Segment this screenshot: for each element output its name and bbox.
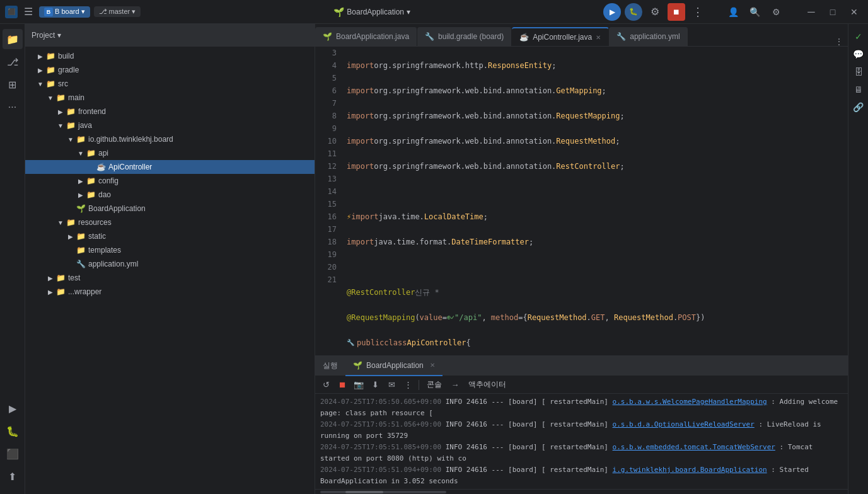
tree-item-wrapper[interactable]: ▶ 📁 ...wrapper <box>25 285 315 299</box>
minimize-button[interactable]: ─ <box>802 3 820 21</box>
line-numbers: 3 4 5 6 7 8 9 10 11 12 13 14 15 16 17 18 <box>315 47 340 355</box>
profile-icon[interactable]: 👤 <box>724 3 742 21</box>
tree-item-package[interactable]: ▼ 📁 io.github.twinklekhj.board <box>25 132 315 146</box>
right-icon-db[interactable]: 🗄 <box>851 64 866 79</box>
tab-label-buildgradle: build.gradle (board) <box>438 32 504 41</box>
project-badge[interactable]: B B board ▾ <box>39 6 90 18</box>
tree-arrow-dao: ▶ <box>76 190 86 200</box>
project-panel: Project ▾ ▶ 📁 build ▶ 📁 gradle ▼ 📁 src <box>25 24 315 494</box>
toolbar-restart-button[interactable]: ↺ <box>319 378 333 392</box>
branch-name: master ▾ <box>109 8 136 16</box>
maximize-button[interactable]: □ <box>824 3 842 21</box>
tree-label-appyml: application.yml <box>88 260 138 268</box>
right-icon-check[interactable]: ✓ <box>851 29 866 44</box>
tab-appyml[interactable]: 🔧 application.yml <box>609 27 688 46</box>
sidebar-item-terminal[interactable]: ⬛ <box>3 444 23 464</box>
run-button[interactable]: ▶ <box>603 3 621 21</box>
tree-item-appyml[interactable]: 🔧 application.yml <box>25 257 315 271</box>
toolbar-more-button[interactable]: ⋮ <box>401 378 415 392</box>
tree-item-config[interactable]: ▶ 📁 config <box>25 174 315 188</box>
tree-label-java: java <box>78 121 92 130</box>
settings-icon[interactable]: ⚙ <box>646 3 664 21</box>
yaml-icon-appyml: 🔧 <box>76 259 86 269</box>
right-icon-link[interactable]: 🔗 <box>851 100 866 115</box>
tree-item-resources[interactable]: ▼ 📁 resources <box>25 215 315 229</box>
console-scrollbar[interactable] <box>315 489 848 494</box>
tree-arrow-gradle: ▶ <box>35 65 45 75</box>
tree-arrow-test: ▶ <box>45 273 55 283</box>
tab-label-appyml: application.yml <box>630 32 680 41</box>
right-icon-ai[interactable]: 💬 <box>851 47 866 62</box>
tree-arrow-java: ▼ <box>55 120 66 130</box>
tree-item-gradle[interactable]: ▶ 📁 gradle <box>25 63 315 77</box>
hamburger-button[interactable]: ☰ <box>21 3 35 20</box>
sidebar-item-structure[interactable]: ⊞ <box>3 74 23 95</box>
app-name-display[interactable]: 🌱 BoardApplication ▾ <box>333 7 410 17</box>
tree-item-boardapp[interactable]: 🌱 BoardApplication <box>25 202 315 215</box>
right-icon-screen[interactable]: 🖥 <box>851 82 866 97</box>
debug-button[interactable]: 🐛 <box>625 3 642 21</box>
bottom-tab-boardapp[interactable]: 🌱 BoardApplication ✕ <box>345 356 443 376</box>
tree-item-main[interactable]: ▼ 📁 main <box>25 91 315 105</box>
more-button[interactable]: ⋮ <box>689 3 707 21</box>
tree-item-apicontroller[interactable]: ☕ ApiController <box>25 160 315 174</box>
stop-button[interactable]: ⏹ <box>668 3 685 21</box>
bottom-panel: 실행 🌱 BoardApplication ✕ ↺ ⏹ 📷 ⬇ ✉ ⋮ 콘솔 →… <box>315 355 848 494</box>
tabs-more-button[interactable]: ⋮ <box>830 37 848 46</box>
sidebar-item-git[interactable]: ⎇ <box>3 52 23 72</box>
folder-icon-dao: 📁 <box>86 190 96 200</box>
console-line-2: 2024-07-25T17:05:51.056+09:00 INFO 24616… <box>320 419 843 442</box>
tree-arrow-templates <box>66 245 76 255</box>
editor-tabs: 🌱 BoardApplication.java 🔧 build.gradle (… <box>315 24 848 47</box>
spring-icon-boardapp: 🌱 <box>76 204 86 214</box>
bottom-toolbar: ↺ ⏹ 📷 ⬇ ✉ ⋮ 콘솔 → 액추에이터 <box>315 376 848 394</box>
sidebar-item-debug[interactable]: 🐛 <box>3 421 23 441</box>
tree-item-test[interactable]: ▶ 📁 test <box>25 271 315 285</box>
code-editor: 3 4 5 6 7 8 9 10 11 12 13 14 15 16 17 18 <box>315 47 848 355</box>
tree-item-static[interactable]: ▶ 📁 static <box>25 229 315 243</box>
tree-item-dao[interactable]: ▶ 📁 dao <box>25 188 315 202</box>
tab-close-apicontroller[interactable]: ✕ <box>596 34 601 41</box>
tab-icon-boardapplication: 🌱 <box>323 32 332 41</box>
close-button[interactable]: ✕ <box>845 3 863 21</box>
bottom-tab-run[interactable]: 실행 <box>315 356 345 376</box>
sidebar-item-project[interactable]: 📁 <box>3 29 23 49</box>
tree-item-src[interactable]: ▼ 📁 src <box>25 77 315 91</box>
tree-item-java[interactable]: ▼ 📁 java <box>25 118 315 132</box>
folder-icon-src: 📁 <box>45 79 55 89</box>
bottom-tab-boardapp-label: BoardApplication <box>366 361 424 370</box>
tab-buildgradle[interactable]: 🔧 build.gradle (board) <box>417 27 512 46</box>
sidebar-item-more[interactable]: ··· <box>3 97 23 117</box>
toolbar-screenshot-button[interactable]: 📷 <box>352 378 366 392</box>
console-output[interactable]: 2024-07-25T17:05:50.605+09:00 INFO 24616… <box>315 394 848 489</box>
tree-item-templates[interactable]: 📁 templates <box>25 243 315 257</box>
project-header[interactable]: Project ▾ <box>25 24 315 47</box>
tab-apicontroller[interactable]: ☕ ApiController.java ✕ <box>512 27 609 46</box>
bottom-tabs: 실행 🌱 BoardApplication ✕ <box>315 356 848 376</box>
search-icon[interactable]: 🔍 <box>746 3 763 21</box>
folder-icon-java: 📁 <box>66 120 76 130</box>
tab-label-boardapplication: BoardApplication.java <box>336 32 409 41</box>
code-content[interactable]: 3 4 5 6 7 8 9 10 11 12 13 14 15 16 17 18 <box>315 47 848 355</box>
tree-arrow-src: ▼ <box>35 79 45 89</box>
branch-badge[interactable]: ⎇ master ▾ <box>94 6 141 17</box>
java-icon-apicontroller: ☕ <box>96 162 106 172</box>
toolbar-arrow-button[interactable]: → <box>448 378 462 392</box>
tab-boardapplication[interactable]: 🌱 BoardApplication.java <box>315 27 417 46</box>
toolbar-download-button[interactable]: ⬇ <box>368 378 382 392</box>
tree-arrow-boardapp <box>66 204 76 214</box>
tree-item-build[interactable]: ▶ 📁 build <box>25 49 315 63</box>
folder-icon-gradle: 📁 <box>45 65 55 75</box>
toolbar-stop-button[interactable]: ⏹ <box>335 378 349 392</box>
sidebar-item-git2[interactable]: ⬆ <box>3 466 23 486</box>
folder-icon-frontend: 📁 <box>66 106 76 117</box>
sidebar-item-run[interactable]: ▶ <box>3 398 23 418</box>
tree-item-api[interactable]: ▼ 📁 api <box>25 146 315 160</box>
toolbar-console-label[interactable]: 콘솔 <box>423 379 446 390</box>
app-name-text: BoardApplication <box>347 8 404 16</box>
preferences-icon[interactable]: ⚙ <box>767 3 785 21</box>
bottom-tab-close-boardapp[interactable]: ✕ <box>430 362 435 369</box>
tree-item-frontend[interactable]: ▶ 📁 frontend <box>25 105 315 118</box>
toolbar-mail-button[interactable]: ✉ <box>385 378 398 392</box>
toolbar-actuator-label[interactable]: 액추에이터 <box>465 379 510 390</box>
